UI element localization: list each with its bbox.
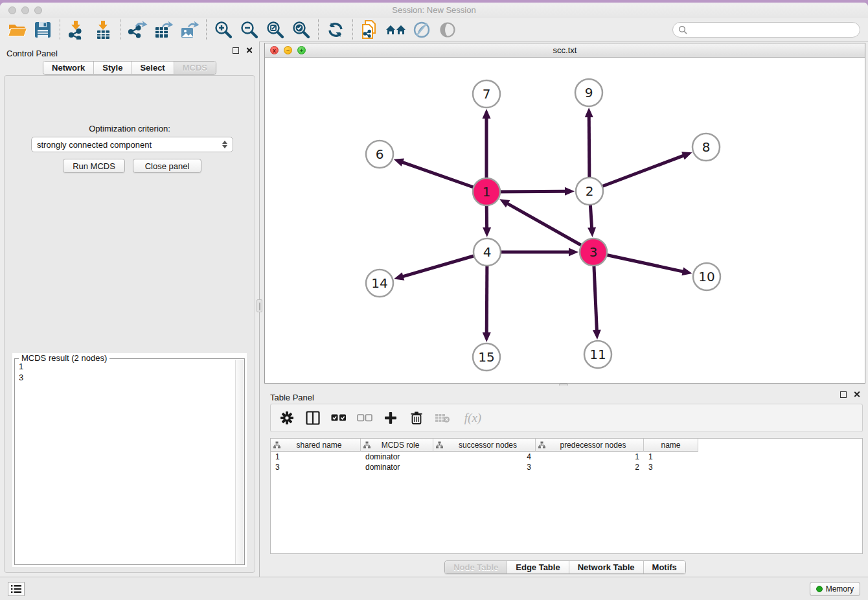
toolbar-separator — [352, 19, 353, 40]
edge-arrowhead-icon — [483, 109, 491, 119]
float-panel-icon[interactable] — [233, 47, 239, 54]
show-column-panel-button[interactable] — [304, 410, 321, 426]
tab-motifs[interactable]: Motifs — [643, 561, 685, 573]
graph-node-6[interactable]: 6 — [366, 141, 393, 168]
node-label: 15 — [478, 349, 494, 365]
delete-table-icon — [435, 413, 450, 423]
mcds-result-text[interactable]: 13 — [16, 361, 234, 563]
table-cell[interactable]: 3 — [644, 462, 698, 472]
graph-node-2[interactable]: 2 — [576, 178, 603, 205]
close-table-panel-icon[interactable] — [853, 391, 860, 398]
apply-layout-button[interactable] — [323, 19, 348, 41]
panel-splitter-grip[interactable] — [257, 299, 262, 312]
graph-node-8[interactable]: 8 — [692, 133, 720, 161]
edge-1-6[interactable] — [394, 158, 486, 192]
tab-style[interactable]: Style — [93, 62, 131, 74]
edge-3-1[interactable] — [499, 199, 593, 252]
create-column-button[interactable] — [382, 410, 399, 426]
graph-node-3[interactable]: 3 — [580, 238, 607, 266]
edge-3-10[interactable] — [593, 252, 692, 275]
column-header-shared-name[interactable]: shared name — [271, 439, 361, 452]
control-panel: Control Panel NetworkStyleSelectMCDS Opt… — [0, 41, 260, 577]
table-row[interactable]: 1dominator411 — [271, 452, 862, 462]
tab-edge-table[interactable]: Edge Table — [507, 561, 568, 573]
network-canvas[interactable]: 7968124314101511 — [265, 58, 865, 383]
table-cell[interactable]: 1 — [536, 452, 644, 462]
tab-network-table[interactable]: Network Table — [569, 561, 643, 573]
table-cell[interactable]: 2 — [536, 462, 644, 472]
edge-arrowhead-icon — [569, 248, 578, 257]
search-input[interactable] — [691, 25, 854, 34]
export-network-button[interactable] — [124, 19, 150, 41]
table-cell[interactable]: 1 — [271, 452, 361, 462]
table-panel: Table Panel — [262, 386, 868, 577]
table-cell[interactable]: 3 — [271, 462, 361, 472]
save-icon — [34, 21, 51, 38]
graph-node-11[interactable]: 11 — [584, 341, 611, 368]
tab-node-table[interactable]: Node Table — [445, 561, 507, 573]
edge-2-8[interactable] — [589, 152, 692, 191]
memory-button[interactable]: Memory — [810, 582, 860, 596]
zoom-out-button[interactable] — [236, 19, 262, 41]
export-image-button[interactable] — [176, 19, 202, 41]
import-table-icon — [93, 20, 113, 40]
deselect-all-columns-button[interactable] — [356, 410, 373, 426]
graph-node-14[interactable]: 14 — [366, 270, 393, 297]
home-networks-button[interactable] — [383, 19, 409, 41]
edge-arrowhead-icon — [585, 108, 593, 117]
run-mcds-button[interactable]: Run MCDS — [63, 159, 125, 173]
graph-node-10[interactable]: 10 — [693, 263, 720, 290]
checked-boxes-icon — [331, 413, 347, 422]
edge-4-14[interactable] — [394, 252, 487, 281]
select-all-columns-button[interactable] — [330, 410, 347, 426]
table-cell[interactable]: 1 — [644, 452, 698, 462]
network-window-titlebar[interactable]: x − + scc.txt — [265, 43, 865, 58]
table-cell[interactable]: dominator — [361, 452, 433, 462]
table-settings-button[interactable] — [279, 410, 295, 426]
table-cell[interactable]: 4 — [433, 452, 536, 462]
result-scrollbar[interactable] — [235, 360, 244, 564]
tab-mcds[interactable]: MCDS — [174, 62, 216, 74]
close-panel-button[interactable]: Close panel — [133, 159, 201, 173]
criterion-dropdown[interactable]: strongly connected component — [31, 137, 233, 152]
import-table-button[interactable] — [90, 19, 116, 41]
table-cell[interactable]: 3 — [433, 462, 536, 472]
node-label: 9 — [585, 85, 593, 100]
graph-node-1[interactable]: 1 — [473, 178, 500, 205]
tab-select[interactable]: Select — [131, 62, 173, 74]
delete-column-button[interactable] — [408, 410, 425, 426]
column-header-mcds-role[interactable]: MCDS role — [361, 439, 433, 452]
delete-table-button[interactable] — [434, 410, 451, 426]
graph-node-7[interactable]: 7 — [473, 80, 500, 108]
export-table-button[interactable] — [150, 19, 176, 41]
show-hide-button[interactable] — [435, 19, 461, 41]
edge-arrowhead-icon — [681, 152, 692, 159]
control-panel-title: Control Panel — [6, 49, 58, 58]
function-builder-button[interactable]: f(x) — [460, 410, 486, 426]
zoom-in-button[interactable] — [211, 19, 236, 41]
save-session-button[interactable] — [30, 19, 56, 41]
unchecked-boxes-icon — [357, 413, 372, 422]
graph-node-9[interactable]: 9 — [575, 79, 602, 106]
table-row[interactable]: 3dominator323 — [271, 462, 862, 472]
search-field[interactable] — [672, 22, 860, 38]
column-header-predecessor-nodes[interactable]: predecessor nodes — [536, 439, 644, 452]
edge-arrowhead-icon — [483, 227, 491, 237]
graph-node-4[interactable]: 4 — [474, 238, 501, 266]
import-network-button[interactable] — [64, 19, 90, 41]
graph-node-15[interactable]: 15 — [473, 343, 500, 371]
zoom-fit-button[interactable] — [262, 19, 288, 41]
float-table-panel-icon[interactable] — [840, 391, 847, 398]
paint-slash-icon — [412, 20, 431, 40]
tab-network[interactable]: Network — [43, 62, 93, 74]
close-panel-icon[interactable] — [246, 47, 253, 54]
open-session-button[interactable] — [4, 19, 30, 41]
column-header-successor-nodes[interactable]: successor nodes — [433, 439, 536, 452]
task-history-button[interactable] — [8, 582, 25, 596]
column-header-name[interactable]: name — [644, 439, 698, 452]
clone-network-button[interactable] — [357, 19, 383, 41]
table-cell[interactable]: dominator — [361, 462, 433, 472]
node-label: 8 — [702, 139, 711, 155]
graphics-details-button[interactable] — [409, 19, 435, 41]
zoom-selected-button[interactable] — [288, 19, 314, 41]
